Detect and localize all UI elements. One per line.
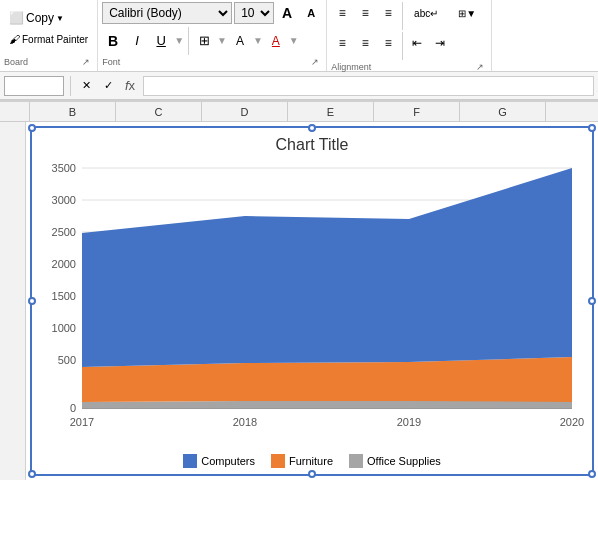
bold-button[interactable]: B xyxy=(102,30,124,52)
decrease-indent-button[interactable]: ⇤ xyxy=(406,32,428,54)
col-header-c[interactable]: C xyxy=(116,102,202,121)
borders-button[interactable]: ⊞ xyxy=(193,30,215,52)
font-shrink-button[interactable]: A xyxy=(300,2,322,24)
font-section-footer: Font ↗ xyxy=(102,55,322,69)
font-grow-button[interactable]: A xyxy=(276,2,298,24)
align-top-right-button[interactable]: ≡ xyxy=(377,2,399,24)
underline-dropdown[interactable]: ▼ xyxy=(174,35,184,46)
svg-text:2019: 2019 xyxy=(397,416,421,428)
handle-bl[interactable] xyxy=(28,470,36,478)
sheet-area: B C D E F G Chart Title xyxy=(0,102,598,480)
align-top-left-button[interactable]: ≡ xyxy=(331,2,353,24)
handle-bm[interactable] xyxy=(308,470,316,478)
office-supplies-area xyxy=(82,401,572,408)
format-painter-icon: 🖌 xyxy=(9,33,20,45)
align-top-center-button[interactable]: ≡ xyxy=(354,2,376,24)
alignment-label: Alignment xyxy=(331,62,371,72)
legend-swatch-office-supplies xyxy=(349,454,363,468)
main-row: Chart Title 3500 xyxy=(0,122,598,480)
wrap-text-button[interactable]: abc↵ xyxy=(406,2,446,24)
chart-wrapper: Chart Title 3500 xyxy=(26,122,598,480)
handle-tr[interactable] xyxy=(588,124,596,132)
handle-ml[interactable] xyxy=(28,297,36,305)
align-divider1 xyxy=(402,2,403,30)
legend-item-computers: Computers xyxy=(183,454,255,468)
col-header-b[interactable]: B xyxy=(30,102,116,121)
svg-text:1500: 1500 xyxy=(52,290,76,302)
ribbon: ⬜ Copy ▼ 🖌 Format Painter Board ↗ Calibr… xyxy=(0,0,598,102)
formula-bar: ✕ ✓ fx xyxy=(0,72,598,100)
clipboard-section: ⬜ Copy ▼ 🖌 Format Painter Board ↗ xyxy=(0,0,98,71)
row-numbers xyxy=(0,122,26,480)
borders-dropdown[interactable]: ▼ xyxy=(217,35,227,46)
legend-item-furniture: Furniture xyxy=(271,454,333,468)
handle-mr[interactable] xyxy=(588,297,596,305)
corner-cell xyxy=(0,102,30,121)
legend-label-furniture: Furniture xyxy=(289,455,333,467)
copy-button[interactable]: ⬜ Copy ▼ xyxy=(4,8,93,28)
align-divider2 xyxy=(402,32,403,60)
copy-icon: ⬜ xyxy=(9,11,24,25)
highlight-icon: A xyxy=(236,34,244,48)
align-center-button[interactable]: ≡ xyxy=(354,32,376,54)
col-header-d[interactable]: D xyxy=(202,102,288,121)
handle-tm[interactable] xyxy=(308,124,316,132)
format-painter-button[interactable]: 🖌 Format Painter xyxy=(4,29,93,49)
svg-text:3500: 3500 xyxy=(52,162,76,174)
align-right-button[interactable]: ≡ xyxy=(377,32,399,54)
font-expand-button[interactable]: ↗ xyxy=(308,55,322,69)
font-size-select[interactable]: 10 xyxy=(234,2,274,24)
svg-text:2017: 2017 xyxy=(70,416,94,428)
insert-function-button[interactable]: fx xyxy=(121,77,139,95)
svg-text:500: 500 xyxy=(58,354,76,366)
fill-color-button[interactable]: A xyxy=(229,30,251,52)
svg-text:2018: 2018 xyxy=(233,416,257,428)
legend-swatch-computers xyxy=(183,454,197,468)
handle-tl[interactable] xyxy=(28,124,36,132)
chart-svg: 3500 3000 2500 2000 1500 1000 500 0 xyxy=(32,158,592,448)
fill-dropdown[interactable]: ▼ xyxy=(253,35,263,46)
ribbon-extra xyxy=(492,0,598,71)
clipboard-expand-button[interactable]: ↗ xyxy=(79,55,93,69)
font-color-dropdown[interactable]: ▼ xyxy=(289,35,299,46)
col-header-rest xyxy=(546,102,598,121)
col-header-e[interactable]: E xyxy=(288,102,374,121)
font-label: Font xyxy=(102,57,120,67)
formula-input[interactable] xyxy=(143,76,594,96)
col-header-g[interactable]: G xyxy=(460,102,546,121)
clipboard-section-footer: Board ↗ xyxy=(4,55,93,69)
name-box[interactable] xyxy=(4,76,64,96)
computers-area xyxy=(82,168,572,367)
legend-item-office-supplies: Office Supplies xyxy=(349,454,441,468)
increase-indent-button[interactable]: ⇥ xyxy=(429,32,451,54)
font-color-button[interactable]: A xyxy=(265,30,287,52)
svg-text:2500: 2500 xyxy=(52,226,76,238)
svg-text:2000: 2000 xyxy=(52,258,76,270)
legend-label-computers: Computers xyxy=(201,455,255,467)
alignment-section-footer: Alignment ↗ xyxy=(331,60,487,74)
handle-br[interactable] xyxy=(588,470,596,478)
font-section: Calibri (Body) 10 A A B I U ▼ ⊞ ▼ A ▼ xyxy=(98,0,327,71)
column-headers-row: B C D E F G xyxy=(0,102,598,122)
cancel-formula-button[interactable]: ✕ xyxy=(77,77,95,95)
chart-title: Chart Title xyxy=(32,128,592,158)
legend-label-office-supplies: Office Supplies xyxy=(367,455,441,467)
legend-swatch-furniture xyxy=(271,454,285,468)
align-left-button[interactable]: ≡ xyxy=(331,32,353,54)
col-header-f[interactable]: F xyxy=(374,102,460,121)
clipboard-label: Board xyxy=(4,57,28,67)
svg-text:1000: 1000 xyxy=(52,322,76,334)
formula-divider xyxy=(70,76,71,96)
chart-container[interactable]: Chart Title 3500 xyxy=(30,126,594,476)
alignment-section: ≡ ≡ ≡ abc↵ ⊞▼ ≡ ≡ ≡ ⇤ ⇥ Alignment ↗ xyxy=(327,0,492,71)
divider1 xyxy=(188,27,189,55)
merge-button[interactable]: ⊞▼ xyxy=(447,2,487,24)
svg-text:2020: 2020 xyxy=(560,416,584,428)
italic-button[interactable]: I xyxy=(126,30,148,52)
alignment-expand-button[interactable]: ↗ xyxy=(473,60,487,74)
font-name-select[interactable]: Calibri (Body) xyxy=(102,2,232,24)
svg-text:0: 0 xyxy=(70,402,76,414)
underline-button[interactable]: U xyxy=(150,30,172,52)
confirm-formula-button[interactable]: ✓ xyxy=(99,77,117,95)
svg-text:3000: 3000 xyxy=(52,194,76,206)
